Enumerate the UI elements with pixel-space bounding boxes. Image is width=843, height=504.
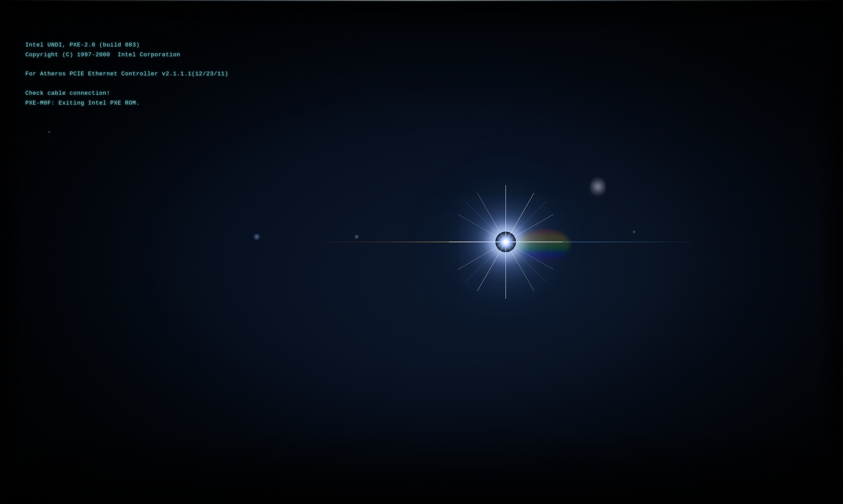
flare-streak — [312, 241, 699, 242]
terminal-output: Intel UNDI, PXE-2.0 (build 083) Copyrigh… — [25, 40, 229, 146]
svg-line-8 — [477, 242, 506, 291]
svg-line-15 — [506, 242, 546, 282]
svg-line-13 — [466, 202, 506, 242]
bios-blank-2 — [25, 79, 229, 89]
bios-blank-3 — [25, 108, 229, 118]
flare-ghost-1 — [253, 233, 261, 241]
screen-glare — [0, 0, 843, 1]
flare-ghost-2 — [354, 234, 359, 239]
cursor-dash: - — [48, 129, 51, 135]
bios-line-6: Check cable connection! — [25, 89, 229, 98]
screen-border-top — [0, 0, 843, 30]
svg-line-11 — [506, 242, 554, 270]
svg-line-5 — [458, 214, 506, 242]
bios-screen: Intel UNDI, PXE-2.0 (build 083) Copyrigh… — [0, 0, 843, 504]
flare-ghost-3 — [632, 230, 636, 234]
svg-line-10 — [506, 242, 534, 291]
bios-line-2: Copyright (C) 1997-2000 Intel Corporatio… — [25, 50, 229, 60]
bios-line-1: Intel UNDI, PXE-2.0 (build 083) — [25, 40, 229, 50]
svg-line-2 — [506, 193, 534, 242]
svg-line-4 — [477, 193, 506, 242]
camera-object — [590, 176, 606, 197]
flare-rainbow — [519, 230, 570, 260]
svg-line-7 — [458, 242, 506, 270]
flare-core — [495, 232, 516, 252]
bios-blank-1 — [25, 60, 229, 69]
bios-line-4: For Atheros PCIE Ethernet Controller v2.… — [25, 69, 229, 79]
svg-line-12 — [506, 202, 546, 242]
screen-border-bottom — [0, 428, 843, 504]
starburst-rays — [441, 177, 570, 306]
svg-line-1 — [506, 214, 554, 242]
lens-flare — [467, 203, 544, 281]
screen-border-left — [0, 0, 25, 504]
svg-line-14 — [466, 242, 506, 282]
screen-border-right — [818, 0, 843, 504]
bios-line-7: PXE-M0F: Exiting Intel PXE ROM. — [25, 98, 229, 108]
bios-cursor-line: - — [25, 118, 229, 146]
